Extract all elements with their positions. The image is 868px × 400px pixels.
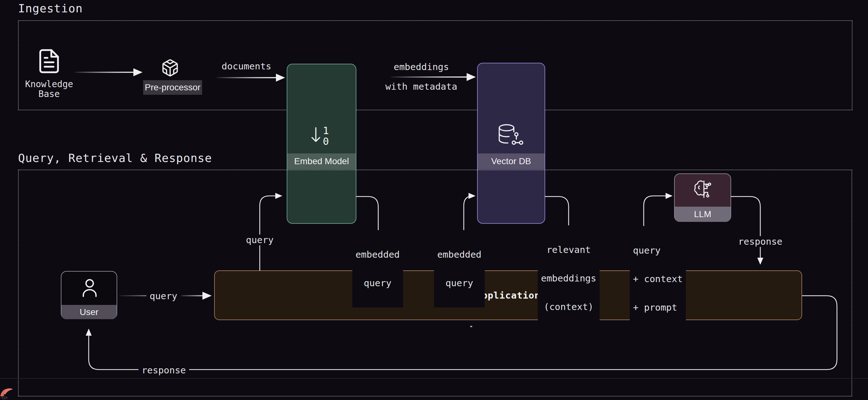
edge-query-to-embed [260, 196, 281, 270]
embedded-query-out-label: embedded query [352, 230, 403, 308]
embed-model-node: 1 0 Embed Model [287, 64, 356, 224]
svg-text:0: 0 [323, 135, 329, 147]
brain-circuit-icon [691, 179, 715, 200]
embed-model-label-band: Embed Model [287, 153, 356, 169]
vector-db-label-band: Vector DB [478, 153, 545, 169]
llm-response-label: response [735, 236, 786, 247]
arrow-down-binary-icon: 1 0 [311, 125, 332, 147]
vector-db-node: Vector DB [477, 63, 545, 224]
cursor-mark [0, 385, 16, 400]
file-text-icon [36, 46, 62, 77]
query-to-embed-label: query [243, 234, 277, 245]
final-response-label: response [138, 365, 189, 376]
user-query-label: query [146, 291, 180, 302]
pre-processor-node: Pre-processor [143, 80, 202, 95]
llm-node: LLM [674, 173, 731, 222]
application-node: Application [214, 270, 802, 320]
pre-processor-label: Pre-processor [145, 82, 200, 92]
application-label: Application [476, 290, 540, 301]
user-label-band: User [61, 305, 117, 319]
with-metadata-label: with metadata [382, 81, 461, 92]
documents-label: documents [218, 61, 274, 72]
svg-text:1: 1 [323, 125, 329, 137]
rag-architecture-diagram: Ingestion Query, Retrieval & Response Kn… [0, 0, 868, 400]
relevant-embeddings-label: relevant embeddings (context) [538, 225, 600, 331]
section-title-query-retrieval-response: Query, Retrieval & Response [18, 151, 212, 165]
knowledge-base-label: Knowledge Base [18, 79, 81, 99]
database-network-icon [498, 124, 524, 148]
user-node: User [61, 271, 117, 319]
llm-label-band: LLM [675, 207, 731, 222]
query-context-prompt-label: query + context + prompt [630, 226, 686, 332]
embedded-query-in-label: embedded query [434, 230, 485, 308]
cursor-dot [470, 326, 472, 327]
person-icon [80, 277, 100, 298]
package-cube-icon [161, 58, 180, 78]
embeddings-label: embeddings [391, 61, 453, 72]
edge-llm-to-app [731, 197, 760, 264]
section-title-ingestion: Ingestion [18, 2, 83, 15]
